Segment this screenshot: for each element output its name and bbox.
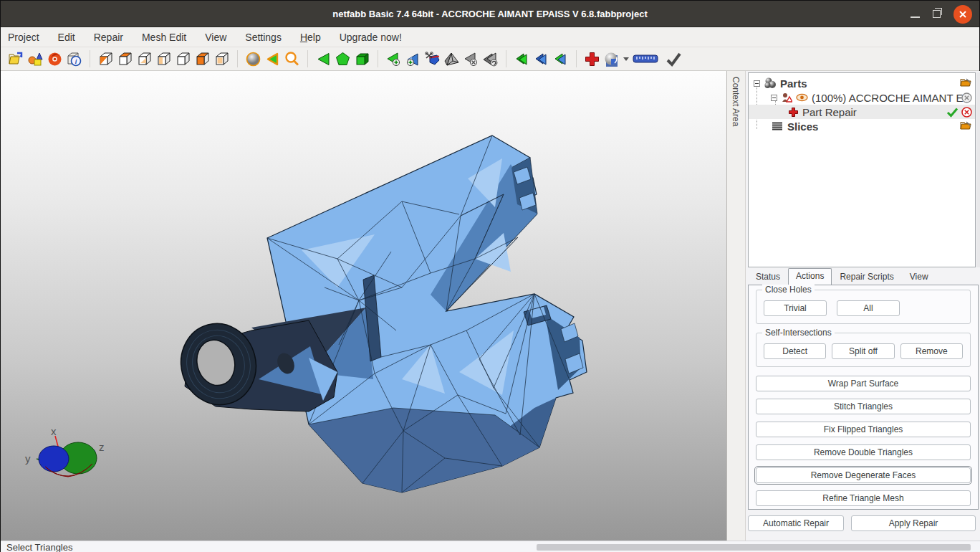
open-project-icon[interactable] [6, 49, 26, 69]
folder-tools-icon[interactable] [960, 120, 972, 130]
actions-panel: Close Holes Trivial All Self-Intersectio… [748, 285, 979, 510]
ruler-icon[interactable] [631, 49, 660, 69]
dismiss-status-icon[interactable] [961, 92, 972, 103]
select-part-icon[interactable] [352, 49, 372, 69]
cube-view-bottom-icon[interactable] [135, 49, 154, 69]
status-text: Select Triangles [6, 542, 73, 552]
zoom-to-part-icon[interactable] [263, 49, 282, 69]
apply-repair-button[interactable]: Apply Repair [851, 515, 976, 531]
flip-triangle-green-blue-icon[interactable] [551, 49, 570, 69]
menu-edit[interactable]: Edit [58, 32, 75, 43]
refine-triangle-mesh-button[interactable]: Refine Triangle Mesh [756, 490, 971, 506]
menubar: Project Edit Repair Mesh Edit View Setti… [1, 27, 979, 47]
collapse-icon[interactable] [754, 80, 760, 87]
menu-settings[interactable]: Settings [245, 32, 282, 43]
context-area-label: Context Area [731, 77, 741, 126]
menu-help[interactable]: Help [300, 32, 321, 43]
fix-flipped-triangles-button[interactable]: Fix Flipped Triangles [756, 422, 971, 437]
self-intersections-title: Self-Intersections [762, 328, 835, 338]
zoom-magnifier-icon[interactable] [282, 49, 302, 69]
slices-icon [771, 121, 784, 132]
menu-repair[interactable]: Repair [94, 32, 123, 43]
split-off-button[interactable]: Split off [832, 343, 894, 359]
remove-button[interactable]: Remove [900, 343, 963, 359]
minimize-icon[interactable] [911, 16, 920, 18]
tree-item-part[interactable]: (100%) ACCROCHE AIMANT EPAISS V 6.8 [749, 90, 975, 105]
close-holes-group: Close Holes Trivial All [756, 290, 971, 324]
parts-icon [764, 77, 777, 89]
remove-triangle-icon[interactable] [461, 49, 481, 69]
visibility-eye-icon[interactable] [796, 93, 808, 102]
tree-label-part-repair[interactable]: Part Repair [802, 106, 857, 118]
trivial-button[interactable]: Trivial [764, 300, 827, 316]
cube-view-outline-icon[interactable] [173, 49, 193, 69]
cube-view-front-icon[interactable] [193, 49, 212, 69]
flip-triangle-green-icon[interactable] [512, 49, 532, 69]
stitch-triangles-button[interactable]: Stitch Triangles [756, 399, 971, 414]
shaded-sphere-view-icon[interactable] [244, 49, 263, 69]
axis-label-x: x [51, 425, 57, 437]
close-icon[interactable] [953, 5, 972, 24]
repair-plus-icon [788, 107, 799, 118]
apply-check-icon[interactable] [664, 49, 683, 69]
add-triangle-green-icon[interactable] [384, 49, 403, 69]
tree-label-part[interactable]: (100%) ACCROCHE AIMANT EPAISS V 6.8 [812, 92, 968, 104]
axis-label-y: y [25, 452, 31, 465]
menu-mesh-edit[interactable]: Mesh Edit [142, 32, 186, 43]
measure-dropdown-icon[interactable] [621, 49, 631, 69]
cube-view-top-icon[interactable] [115, 49, 135, 69]
wrap-part-surface-button[interactable]: Wrap Part Surface [756, 376, 971, 391]
flip-triangle-blue-icon[interactable] [532, 49, 551, 69]
recalculate-triangles-icon[interactable] [481, 49, 500, 69]
folder-tools-icon[interactable] [960, 77, 972, 87]
right-panel: Parts (100%) ACCROCHE AIMANT EPAISS V 6.… [746, 71, 980, 541]
add-triangle-blue-icon[interactable] [403, 49, 423, 69]
tree-label-slices[interactable]: Slices [787, 120, 818, 133]
detect-button[interactable]: Detect [764, 343, 826, 359]
tree-item-parts[interactable]: Parts [749, 76, 975, 90]
3d-viewport[interactable]: x y z [1, 71, 727, 541]
cube-view-back-icon[interactable] [212, 49, 231, 69]
tree-label-parts[interactable]: Parts [780, 77, 807, 90]
cancel-repair-icon[interactable] [961, 107, 972, 118]
cube-view-front-diagonal-icon[interactable] [96, 49, 115, 69]
tetrahedron-tool-icon[interactable] [442, 49, 461, 69]
apply-repair-check-icon[interactable] [946, 107, 959, 118]
tab-status[interactable]: Status [748, 269, 788, 285]
tree-item-slices[interactable]: Slices [749, 119, 975, 133]
remove-degenerate-faces-button[interactable]: Remove Degenerate Faces [756, 467, 971, 483]
window-title: netfabb Basic 7.4 64bit - ACCROCHE AIMAN… [332, 9, 647, 19]
tree-item-part-repair[interactable]: Part Repair [749, 105, 975, 119]
statusbar: Select Triangles [1, 541, 980, 552]
select-surface-icon[interactable] [333, 49, 352, 69]
all-button[interactable]: All [837, 300, 900, 316]
self-intersections-group: Self-Intersections Detect Split off Remo… [756, 333, 971, 367]
remove-double-triangles-button[interactable]: Remove Double Triangles [756, 444, 971, 460]
tab-view[interactable]: View [902, 269, 936, 285]
netfabb-logo-icon[interactable] [45, 49, 64, 69]
collapse-icon[interactable] [771, 95, 777, 101]
part-information-icon[interactable]: i [64, 49, 84, 69]
cut-tool-icon[interactable] [423, 49, 442, 69]
cube-view-left-icon[interactable] [154, 49, 173, 69]
new-parts-icon[interactable] [26, 49, 45, 69]
tree-scrollbar[interactable] [976, 72, 980, 267]
select-triangle-icon[interactable] [314, 49, 333, 69]
tab-repair-scripts[interactable]: Repair Scripts [832, 269, 901, 285]
progress-bar [537, 544, 971, 551]
restore-icon[interactable] [933, 10, 941, 18]
context-area-strip[interactable]: Context Area [727, 71, 746, 541]
menu-project[interactable]: Project [8, 32, 39, 43]
menu-view[interactable]: View [205, 32, 226, 43]
mesh-part[interactable]: x y z [1, 71, 727, 541]
parts-tree: Parts (100%) ACCROCHE AIMANT EPAISS V 6.… [748, 72, 976, 267]
menu-upgrade-now[interactable]: Upgrade now! [340, 32, 402, 43]
close-holes-title: Close Holes [762, 285, 815, 295]
app-window: netfabb Basic 7.4 64bit - ACCROCHE AIMAN… [0, 0, 980, 552]
tab-actions[interactable]: Actions [788, 268, 832, 285]
automatic-repair-button[interactable]: Automatic Repair [748, 515, 844, 531]
titlebar[interactable]: netfabb Basic 7.4 64bit - ACCROCHE AIMAN… [1, 1, 979, 27]
measure-sphere-icon[interactable] [602, 49, 621, 69]
repair-part-icon[interactable] [582, 49, 602, 69]
panel-tabs: Status Actions Repair Scripts View [748, 269, 979, 285]
